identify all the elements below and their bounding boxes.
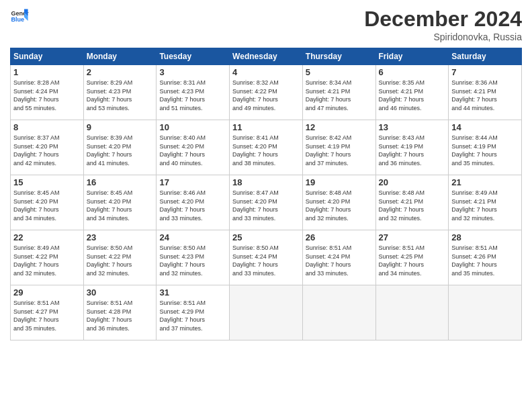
day-number: 28 — [451, 232, 519, 242]
header-cell-wednesday: Wednesday — [230, 48, 303, 65]
calendar-table: SundayMondayTuesdayWednesdayThursdayFrid… — [10, 48, 522, 340]
day-cell — [302, 285, 375, 340]
day-cell: 1Sunrise: 8:28 AM Sunset: 4:24 PM Daylig… — [11, 65, 84, 120]
page-container: General Blue December 2024 Spiridonovka,… — [0, 0, 532, 347]
page-header: General Blue December 2024 Spiridonovka,… — [10, 7, 522, 42]
day-cell: 28Sunrise: 8:51 AM Sunset: 4:26 PM Dayli… — [449, 230, 522, 285]
day-info: Sunrise: 8:50 AM Sunset: 4:22 PM Dayligh… — [87, 244, 154, 277]
day-number: 3 — [159, 67, 226, 77]
day-number: 31 — [159, 287, 226, 298]
day-number: 1 — [13, 67, 81, 77]
header-cell-friday: Friday — [375, 48, 449, 65]
header-cell-monday: Monday — [83, 48, 157, 65]
day-info: Sunrise: 8:47 AM Sunset: 4:20 PM Dayligh… — [232, 189, 300, 222]
day-info: Sunrise: 8:50 AM Sunset: 4:23 PM Dayligh… — [159, 244, 226, 277]
day-cell: 26Sunrise: 8:51 AM Sunset: 4:24 PM Dayli… — [302, 230, 375, 285]
header-cell-saturday: Saturday — [449, 48, 522, 65]
day-info: Sunrise: 8:51 AM Sunset: 4:26 PM Dayligh… — [451, 244, 519, 277]
day-number: 16 — [87, 177, 154, 187]
day-cell: 25Sunrise: 8:50 AM Sunset: 4:24 PM Dayli… — [230, 230, 303, 285]
day-cell: 4Sunrise: 8:32 AM Sunset: 4:22 PM Daylig… — [230, 65, 303, 120]
logo: General Blue — [10, 7, 29, 26]
day-number: 19 — [306, 177, 373, 187]
day-info: Sunrise: 8:50 AM Sunset: 4:24 PM Dayligh… — [232, 244, 300, 277]
day-info: Sunrise: 8:46 AM Sunset: 4:20 PM Dayligh… — [159, 189, 226, 222]
day-info: Sunrise: 8:43 AM Sunset: 4:19 PM Dayligh… — [379, 134, 446, 167]
day-info: Sunrise: 8:45 AM Sunset: 4:20 PM Dayligh… — [87, 189, 154, 222]
day-info: Sunrise: 8:32 AM Sunset: 4:22 PM Dayligh… — [232, 79, 300, 112]
day-cell — [449, 285, 522, 340]
day-cell: 12Sunrise: 8:42 AM Sunset: 4:19 PM Dayli… — [302, 120, 375, 175]
day-number: 9 — [87, 122, 154, 132]
day-cell: 6Sunrise: 8:35 AM Sunset: 4:21 PM Daylig… — [375, 65, 449, 120]
day-cell: 29Sunrise: 8:51 AM Sunset: 4:27 PM Dayli… — [11, 285, 84, 340]
day-info: Sunrise: 8:48 AM Sunset: 4:20 PM Dayligh… — [306, 189, 373, 222]
day-cell: 20Sunrise: 8:48 AM Sunset: 4:21 PM Dayli… — [375, 175, 449, 230]
title-area: December 2024 Spiridonovka, Russia — [364, 7, 522, 42]
day-number: 26 — [306, 232, 373, 242]
day-cell: 3Sunrise: 8:31 AM Sunset: 4:23 PM Daylig… — [157, 65, 230, 120]
day-number: 21 — [451, 177, 519, 187]
day-number: 20 — [379, 177, 446, 187]
day-number: 7 — [451, 67, 519, 77]
day-info: Sunrise: 8:41 AM Sunset: 4:20 PM Dayligh… — [232, 134, 300, 167]
day-info: Sunrise: 8:51 AM Sunset: 4:27 PM Dayligh… — [13, 299, 81, 332]
day-info: Sunrise: 8:51 AM Sunset: 4:29 PM Dayligh… — [159, 299, 226, 332]
day-info: Sunrise: 8:35 AM Sunset: 4:21 PM Dayligh… — [379, 79, 446, 112]
location: Spiridonovka, Russia — [364, 32, 522, 42]
day-cell: 11Sunrise: 8:41 AM Sunset: 4:20 PM Dayli… — [230, 120, 303, 175]
day-cell: 10Sunrise: 8:40 AM Sunset: 4:20 PM Dayli… — [157, 120, 230, 175]
header-cell-sunday: Sunday — [11, 48, 84, 65]
day-cell: 2Sunrise: 8:29 AM Sunset: 4:23 PM Daylig… — [83, 65, 157, 120]
day-cell: 30Sunrise: 8:51 AM Sunset: 4:28 PM Dayli… — [83, 285, 157, 340]
header-row: SundayMondayTuesdayWednesdayThursdayFrid… — [11, 48, 522, 65]
day-number: 14 — [451, 122, 519, 132]
day-number: 27 — [379, 232, 446, 242]
day-info: Sunrise: 8:49 AM Sunset: 4:21 PM Dayligh… — [451, 189, 519, 222]
week-row-1: 1Sunrise: 8:28 AM Sunset: 4:24 PM Daylig… — [11, 65, 522, 120]
day-cell: 24Sunrise: 8:50 AM Sunset: 4:23 PM Dayli… — [157, 230, 230, 285]
week-row-5: 29Sunrise: 8:51 AM Sunset: 4:27 PM Dayli… — [11, 285, 522, 340]
month-title: December 2024 — [364, 7, 522, 32]
day-cell: 15Sunrise: 8:45 AM Sunset: 4:20 PM Dayli… — [11, 175, 84, 230]
day-number: 23 — [87, 232, 154, 242]
day-info: Sunrise: 8:51 AM Sunset: 4:28 PM Dayligh… — [87, 299, 154, 332]
day-cell — [375, 285, 449, 340]
day-cell: 13Sunrise: 8:43 AM Sunset: 4:19 PM Dayli… — [375, 120, 449, 175]
header-cell-thursday: Thursday — [302, 48, 375, 65]
day-cell — [230, 285, 303, 340]
day-info: Sunrise: 8:36 AM Sunset: 4:21 PM Dayligh… — [451, 79, 519, 112]
day-number: 17 — [159, 177, 226, 187]
day-number: 24 — [159, 232, 226, 242]
day-number: 22 — [13, 232, 81, 242]
day-cell: 9Sunrise: 8:39 AM Sunset: 4:20 PM Daylig… — [83, 120, 157, 175]
day-cell: 23Sunrise: 8:50 AM Sunset: 4:22 PM Dayli… — [83, 230, 157, 285]
day-cell: 18Sunrise: 8:47 AM Sunset: 4:20 PM Dayli… — [230, 175, 303, 230]
day-cell: 8Sunrise: 8:37 AM Sunset: 4:20 PM Daylig… — [11, 120, 84, 175]
day-cell: 5Sunrise: 8:34 AM Sunset: 4:21 PM Daylig… — [302, 65, 375, 120]
day-number: 6 — [379, 67, 446, 77]
day-cell: 19Sunrise: 8:48 AM Sunset: 4:20 PM Dayli… — [302, 175, 375, 230]
week-row-2: 8Sunrise: 8:37 AM Sunset: 4:20 PM Daylig… — [11, 120, 522, 175]
day-number: 10 — [159, 122, 226, 132]
day-info: Sunrise: 8:42 AM Sunset: 4:19 PM Dayligh… — [306, 134, 373, 167]
day-number: 11 — [232, 122, 300, 132]
day-info: Sunrise: 8:44 AM Sunset: 4:19 PM Dayligh… — [451, 134, 519, 167]
day-info: Sunrise: 8:40 AM Sunset: 4:20 PM Dayligh… — [159, 134, 226, 167]
week-row-3: 15Sunrise: 8:45 AM Sunset: 4:20 PM Dayli… — [11, 175, 522, 230]
day-cell: 22Sunrise: 8:49 AM Sunset: 4:22 PM Dayli… — [11, 230, 84, 285]
day-number: 29 — [13, 287, 81, 298]
day-info: Sunrise: 8:49 AM Sunset: 4:22 PM Dayligh… — [13, 244, 81, 277]
day-cell: 17Sunrise: 8:46 AM Sunset: 4:20 PM Dayli… — [157, 175, 230, 230]
header-cell-tuesday: Tuesday — [157, 48, 230, 65]
day-cell: 14Sunrise: 8:44 AM Sunset: 4:19 PM Dayli… — [449, 120, 522, 175]
day-info: Sunrise: 8:31 AM Sunset: 4:23 PM Dayligh… — [159, 79, 226, 112]
day-number: 5 — [306, 67, 373, 77]
logo-icon: General Blue — [10, 7, 29, 26]
day-number: 30 — [87, 287, 154, 298]
day-number: 4 — [232, 67, 300, 77]
day-info: Sunrise: 8:39 AM Sunset: 4:20 PM Dayligh… — [87, 134, 154, 167]
day-info: Sunrise: 8:51 AM Sunset: 4:24 PM Dayligh… — [306, 244, 373, 277]
day-info: Sunrise: 8:51 AM Sunset: 4:25 PM Dayligh… — [379, 244, 446, 277]
day-number: 12 — [306, 122, 373, 132]
